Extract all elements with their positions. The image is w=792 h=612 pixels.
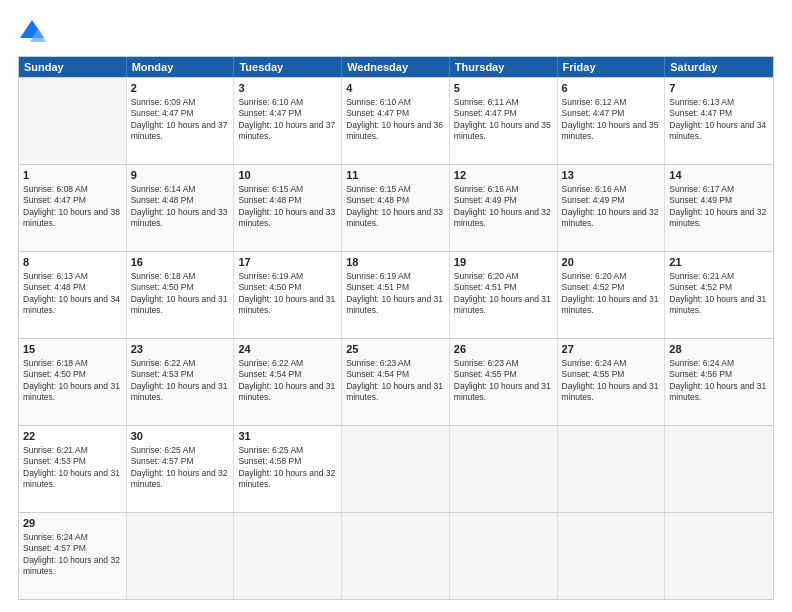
- sunrise-text: Sunrise: 6:21 AM: [669, 271, 734, 281]
- daylight-text: Daylight: 10 hours and 33 minutes.: [238, 207, 335, 228]
- sunset-text: Sunset: 4:48 PM: [238, 195, 301, 205]
- calendar-cell: 3Sunrise: 6:10 AMSunset: 4:47 PMDaylight…: [234, 78, 342, 164]
- daylight-text: Daylight: 10 hours and 31 minutes.: [346, 294, 443, 315]
- sunrise-text: Sunrise: 6:24 AM: [23, 532, 88, 542]
- sunrise-text: Sunrise: 6:09 AM: [131, 97, 196, 107]
- daylight-text: Daylight: 10 hours and 33 minutes.: [131, 207, 228, 228]
- sunrise-text: Sunrise: 6:21 AM: [23, 445, 88, 455]
- calendar-cell: [450, 426, 558, 512]
- sunrise-text: Sunrise: 6:23 AM: [346, 358, 411, 368]
- sunrise-text: Sunrise: 6:24 AM: [669, 358, 734, 368]
- calendar-cell: 29Sunrise: 6:24 AMSunset: 4:57 PMDayligh…: [19, 513, 127, 599]
- sunset-text: Sunset: 4:51 PM: [346, 282, 409, 292]
- calendar-cell: 26Sunrise: 6:23 AMSunset: 4:55 PMDayligh…: [450, 339, 558, 425]
- sunset-text: Sunset: 4:52 PM: [669, 282, 732, 292]
- day-number: 8: [23, 255, 122, 270]
- daylight-text: Daylight: 10 hours and 31 minutes.: [346, 381, 443, 402]
- calendar-cell: 20Sunrise: 6:20 AMSunset: 4:52 PMDayligh…: [558, 252, 666, 338]
- sunrise-text: Sunrise: 6:19 AM: [238, 271, 303, 281]
- day-number: 29: [23, 516, 122, 531]
- sunset-text: Sunset: 4:50 PM: [23, 369, 86, 379]
- day-number: 12: [454, 168, 553, 183]
- sunset-text: Sunset: 4:54 PM: [238, 369, 301, 379]
- daylight-text: Daylight: 10 hours and 33 minutes.: [346, 207, 443, 228]
- calendar-cell: [342, 513, 450, 599]
- sunrise-text: Sunrise: 6:24 AM: [562, 358, 627, 368]
- calendar-cell: [558, 426, 666, 512]
- day-number: 20: [562, 255, 661, 270]
- day-number: 27: [562, 342, 661, 357]
- daylight-text: Daylight: 10 hours and 31 minutes.: [562, 294, 659, 315]
- sunset-text: Sunset: 4:50 PM: [238, 282, 301, 292]
- calendar-header-day: Sunday: [19, 57, 127, 77]
- day-number: 15: [23, 342, 122, 357]
- calendar-cell: 24Sunrise: 6:22 AMSunset: 4:54 PMDayligh…: [234, 339, 342, 425]
- calendar-cell: 22Sunrise: 6:21 AMSunset: 4:53 PMDayligh…: [19, 426, 127, 512]
- calendar-cell: 1Sunrise: 6:08 AMSunset: 4:47 PMDaylight…: [19, 165, 127, 251]
- calendar-cell: 25Sunrise: 6:23 AMSunset: 4:54 PMDayligh…: [342, 339, 450, 425]
- day-number: 1: [23, 168, 122, 183]
- day-number: 9: [131, 168, 230, 183]
- sunrise-text: Sunrise: 6:20 AM: [454, 271, 519, 281]
- sunset-text: Sunset: 4:47 PM: [23, 195, 86, 205]
- daylight-text: Daylight: 10 hours and 31 minutes.: [23, 468, 120, 489]
- calendar-cell: 12Sunrise: 6:16 AMSunset: 4:49 PMDayligh…: [450, 165, 558, 251]
- sunrise-text: Sunrise: 6:18 AM: [131, 271, 196, 281]
- daylight-text: Daylight: 10 hours and 34 minutes.: [669, 120, 766, 141]
- sunset-text: Sunset: 4:47 PM: [346, 108, 409, 118]
- calendar-week-row: 15Sunrise: 6:18 AMSunset: 4:50 PMDayligh…: [19, 338, 773, 425]
- day-number: 23: [131, 342, 230, 357]
- calendar-cell: 23Sunrise: 6:22 AMSunset: 4:53 PMDayligh…: [127, 339, 235, 425]
- calendar-cell: [665, 426, 773, 512]
- daylight-text: Daylight: 10 hours and 31 minutes.: [454, 381, 551, 402]
- sunset-text: Sunset: 4:57 PM: [131, 456, 194, 466]
- sunset-text: Sunset: 4:55 PM: [562, 369, 625, 379]
- day-number: 26: [454, 342, 553, 357]
- logo: [18, 18, 50, 46]
- day-number: 21: [669, 255, 769, 270]
- day-number: 4: [346, 81, 445, 96]
- day-number: 2: [131, 81, 230, 96]
- calendar-week-row: 2Sunrise: 6:09 AMSunset: 4:47 PMDaylight…: [19, 77, 773, 164]
- calendar-header: SundayMondayTuesdayWednesdayThursdayFrid…: [19, 57, 773, 77]
- calendar-cell: [234, 513, 342, 599]
- sunrise-text: Sunrise: 6:22 AM: [238, 358, 303, 368]
- calendar-week-row: 8Sunrise: 6:13 AMSunset: 4:48 PMDaylight…: [19, 251, 773, 338]
- sunrise-text: Sunrise: 6:15 AM: [238, 184, 303, 194]
- calendar-cell: 21Sunrise: 6:21 AMSunset: 4:52 PMDayligh…: [665, 252, 773, 338]
- calendar-week-row: 29Sunrise: 6:24 AMSunset: 4:57 PMDayligh…: [19, 512, 773, 599]
- logo-icon: [18, 18, 46, 46]
- daylight-text: Daylight: 10 hours and 31 minutes.: [454, 294, 551, 315]
- calendar-cell: 28Sunrise: 6:24 AMSunset: 4:56 PMDayligh…: [665, 339, 773, 425]
- sunrise-text: Sunrise: 6:10 AM: [346, 97, 411, 107]
- day-number: 7: [669, 81, 769, 96]
- sunrise-text: Sunrise: 6:14 AM: [131, 184, 196, 194]
- sunrise-text: Sunrise: 6:25 AM: [238, 445, 303, 455]
- calendar-cell: [19, 78, 127, 164]
- calendar-header-day: Saturday: [665, 57, 773, 77]
- sunrise-text: Sunrise: 6:13 AM: [669, 97, 734, 107]
- sunset-text: Sunset: 4:53 PM: [23, 456, 86, 466]
- sunrise-text: Sunrise: 6:10 AM: [238, 97, 303, 107]
- sunset-text: Sunset: 4:53 PM: [131, 369, 194, 379]
- daylight-text: Daylight: 10 hours and 31 minutes.: [23, 381, 120, 402]
- calendar-week-row: 1Sunrise: 6:08 AMSunset: 4:47 PMDaylight…: [19, 164, 773, 251]
- daylight-text: Daylight: 10 hours and 32 minutes.: [238, 468, 335, 489]
- calendar-cell: 31Sunrise: 6:25 AMSunset: 4:58 PMDayligh…: [234, 426, 342, 512]
- sunrise-text: Sunrise: 6:20 AM: [562, 271, 627, 281]
- sunrise-text: Sunrise: 6:08 AM: [23, 184, 88, 194]
- sunrise-text: Sunrise: 6:25 AM: [131, 445, 196, 455]
- sunrise-text: Sunrise: 6:13 AM: [23, 271, 88, 281]
- sunset-text: Sunset: 4:51 PM: [454, 282, 517, 292]
- daylight-text: Daylight: 10 hours and 31 minutes.: [669, 381, 766, 402]
- daylight-text: Daylight: 10 hours and 35 minutes.: [562, 120, 659, 141]
- calendar-cell: 5Sunrise: 6:11 AMSunset: 4:47 PMDaylight…: [450, 78, 558, 164]
- calendar-cell: [450, 513, 558, 599]
- sunset-text: Sunset: 4:52 PM: [562, 282, 625, 292]
- day-number: 18: [346, 255, 445, 270]
- calendar-cell: 2Sunrise: 6:09 AMSunset: 4:47 PMDaylight…: [127, 78, 235, 164]
- sunset-text: Sunset: 4:55 PM: [454, 369, 517, 379]
- calendar-cell: [127, 513, 235, 599]
- daylight-text: Daylight: 10 hours and 32 minutes.: [23, 555, 120, 576]
- day-number: 31: [238, 429, 337, 444]
